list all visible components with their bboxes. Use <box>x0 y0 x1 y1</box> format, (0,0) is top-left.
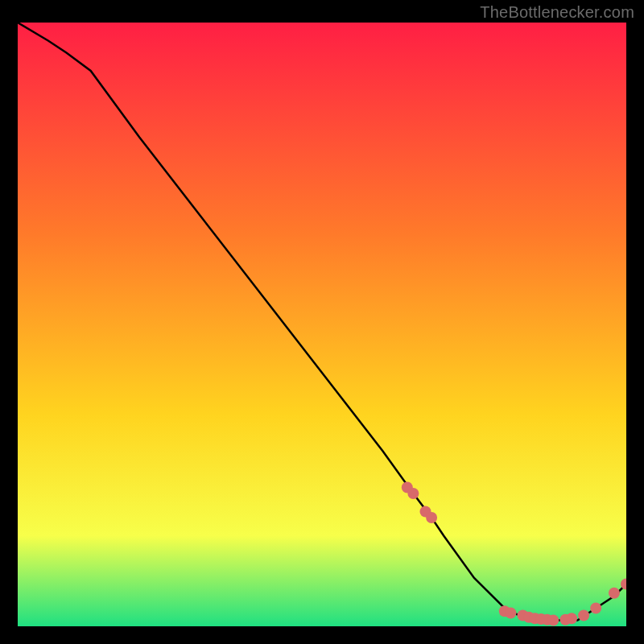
chart-frame: TheBottlenecker.com <box>0 0 644 644</box>
watermark-text: TheBottlenecker.com <box>480 3 634 22</box>
gradient-backdrop <box>18 23 626 626</box>
chart-svg <box>18 23 626 626</box>
plot-area <box>18 23 626 626</box>
curve-marker <box>566 613 577 624</box>
curve-marker <box>578 610 589 621</box>
curve-marker <box>609 588 620 599</box>
curve-marker <box>547 615 559 626</box>
curve-marker <box>505 608 516 619</box>
curve-marker <box>426 512 437 523</box>
curve-marker <box>407 488 419 499</box>
curve-marker <box>590 603 601 614</box>
